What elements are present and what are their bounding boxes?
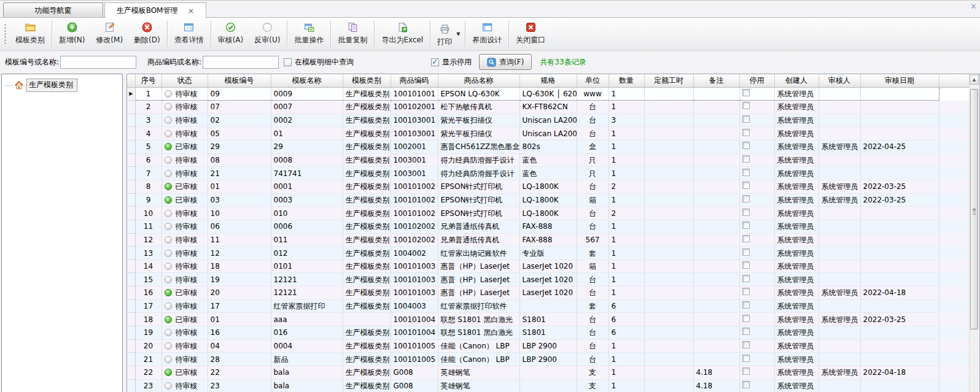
table-row[interactable]: 12待审核11011生产模板类别100102002兄弟普通纸传真机FAX-888… <box>127 233 970 247</box>
print-button[interactable]: 打印 <box>432 20 457 48</box>
col-header-spec[interactable]: 规格 <box>519 74 577 87</box>
disabled-checkbox[interactable] <box>742 367 750 375</box>
template-category-button[interactable]: 模板类别 <box>10 18 50 50</box>
col-header-product-name[interactable]: 商品名称 <box>438 74 519 87</box>
col-header-remark[interactable]: 备注 <box>693 74 739 87</box>
col-header-disabled[interactable]: 停用 <box>739 74 774 87</box>
table-row[interactable]: 9已审核030003生产模板类别100101002EPSON针式打印机LQ-18… <box>127 193 970 207</box>
disabled-checkbox[interactable] <box>742 381 750 388</box>
disabled-cell[interactable] <box>739 247 774 260</box>
disabled-checkbox[interactable] <box>742 182 750 189</box>
tab-close-icon[interactable]: × <box>187 7 194 15</box>
close-window-button[interactable]: 关闭窗口 <box>510 18 551 50</box>
disabled-checkbox[interactable] <box>742 102 750 109</box>
disabled-cell[interactable] <box>739 366 774 379</box>
disabled-checkbox[interactable] <box>742 209 750 216</box>
query-button[interactable]: 查询(F) <box>479 54 532 70</box>
disabled-checkbox[interactable] <box>742 315 750 322</box>
batch-operation-button[interactable]: 批量操作 <box>289 18 329 50</box>
tab-bom-management[interactable]: 生产模板BOM管理 × <box>104 2 206 18</box>
table-row[interactable]: 2待审核070007生产模板类别100102001松下热敏传真机KX-FT862… <box>127 101 970 114</box>
col-header-qty[interactable]: 数量 <box>609 74 644 87</box>
table-row[interactable]: 18已审核01aaa100101004联想 S1801 黑白激光S1801台6系… <box>127 313 970 326</box>
table-row[interactable]: 16已审核2012121生产模板类别100101003惠普（HP）LaserJe… <box>127 286 970 300</box>
table-row[interactable]: 19待审核16016生产模板类别100101004联想 S1801 黑白激光S1… <box>127 326 970 340</box>
disabled-cell[interactable] <box>739 140 774 154</box>
table-row[interactable]: 11待审核060006生产模板类别100102002兄弟普通纸传真机FAX-88… <box>127 220 970 233</box>
disabled-checkbox[interactable] <box>742 288 750 295</box>
approve-button[interactable]: 审核(A) <box>212 18 249 50</box>
disabled-cell[interactable] <box>739 193 774 207</box>
tree-item-root[interactable]: 生产模板类别 <box>2 79 122 92</box>
toolbar-grip[interactable] <box>4 23 7 45</box>
disabled-cell[interactable] <box>739 127 774 140</box>
disabled-cell[interactable] <box>739 313 774 326</box>
disabled-checkbox[interactable] <box>742 115 750 123</box>
disabled-checkbox[interactable] <box>742 155 750 163</box>
export-excel-button[interactable]: 导出为Excel <box>376 18 429 50</box>
disabled-cell[interactable] <box>739 153 774 167</box>
disabled-checkbox[interactable] <box>742 235 750 242</box>
table-row[interactable]: 5已审核2929生产模板类别1002001惠普CH561ZZ黑色墨盒802s盒1… <box>127 140 970 154</box>
col-header-template-no[interactable]: 模板编号 <box>208 74 271 87</box>
disabled-cell[interactable] <box>739 379 774 392</box>
col-header-unit[interactable]: 单位 <box>577 74 609 87</box>
disabled-checkbox[interactable] <box>742 261 750 269</box>
disabled-cell[interactable] <box>739 180 774 193</box>
disabled-checkbox[interactable] <box>742 169 750 176</box>
disabled-cell[interactable] <box>739 299 774 313</box>
disabled-checkbox[interactable] <box>742 341 750 348</box>
print-dropdown-arrow[interactable]: ▼ <box>456 31 460 37</box>
col-header-creator[interactable]: 创建人 <box>774 74 819 87</box>
disabled-cell[interactable] <box>739 233 774 247</box>
disabled-cell[interactable] <box>739 353 774 366</box>
disabled-checkbox[interactable] <box>742 195 750 202</box>
table-row[interactable]: 3待审核020002生产模板类别100103001紫光平板扫描仪Uniscan … <box>127 113 970 127</box>
col-header-quota-hours[interactable]: 定额工时 <box>644 74 693 87</box>
disabled-checkbox[interactable] <box>742 129 750 136</box>
vertical-scrollbar[interactable]: ▲ <box>969 75 979 392</box>
table-row[interactable]: ▶1待审核090009生产模板类别100101001EPSON LQ-630KL… <box>127 87 970 101</box>
disabled-cell[interactable] <box>739 113 774 127</box>
disabled-cell[interactable] <box>739 101 774 114</box>
view-detail-button[interactable]: 查看详情 <box>169 18 209 50</box>
window-close-icon[interactable]: ✕ <box>970 2 977 11</box>
disabled-cell[interactable] <box>739 286 774 300</box>
disabled-cell[interactable] <box>739 87 774 101</box>
disabled-cell[interactable] <box>739 220 774 233</box>
disabled-cell[interactable] <box>739 259 774 273</box>
disabled-checkbox[interactable] <box>742 275 750 282</box>
disabled-cell[interactable] <box>739 273 774 286</box>
table-row[interactable]: 4待审核0501生产模板类别100103001紫光平板扫描仪Uniscan LA… <box>127 127 970 140</box>
batch-copy-button[interactable]: 批量复制 <box>332 18 373 50</box>
disabled-cell[interactable] <box>739 339 774 353</box>
unapprove-button[interactable]: 反审(U) <box>249 18 286 50</box>
product-filter-input[interactable] <box>203 56 279 69</box>
edit-button[interactable]: 修改(M) <box>90 18 128 50</box>
table-row[interactable]: 14待审核180101生产模板类别100101003惠普（HP）LaserJet… <box>127 259 970 273</box>
scroll-thumb[interactable] <box>970 89 978 329</box>
disabled-checkbox[interactable] <box>742 221 750 229</box>
show-disabled-checkbox[interactable] <box>431 58 439 66</box>
disabled-cell[interactable] <box>739 207 774 220</box>
disabled-checkbox[interactable] <box>742 301 750 309</box>
col-header-product-code[interactable]: 商品编码 <box>391 74 438 87</box>
disabled-checkbox[interactable] <box>742 248 750 256</box>
col-header-category[interactable]: 模板类别 <box>343 74 391 87</box>
table-row[interactable]: 17待审核17红管家票据打印生产模板类别1004003红管家票据打印软件套6系统… <box>127 299 970 313</box>
table-row[interactable]: 23待审核23bala生产模板类别G008英雄钢笔支14.18系统管理员 <box>127 379 970 392</box>
delete-button[interactable]: 删除(D) <box>128 18 166 50</box>
tab-function-nav[interactable]: 功能导航窗 <box>3 2 103 17</box>
disabled-checkbox[interactable] <box>742 328 750 335</box>
table-row[interactable]: 6待审核080008生产模板类别1003001得力经典防滑握手设计蓝色只1系统管… <box>127 153 970 167</box>
table-row[interactable]: 8已审核010001生产模板类别100101002EPSON针式打印机LQ-18… <box>127 180 970 193</box>
detail-search-checkbox[interactable] <box>284 58 292 66</box>
ui-design-button[interactable]: 界面设计 <box>467 18 507 50</box>
table-row[interactable]: 13待审核12012生产模板类别1004002红管家出纳记账软件专业版套1系统管… <box>127 247 970 260</box>
table-row[interactable]: 21待审核28新品生产模板类别100101005佳能（Canon） LBPLBP… <box>127 353 970 366</box>
table-row[interactable]: 22已审核22bala生产模板类别G008英雄钢笔支14.18系统管理员系统管理… <box>127 366 970 379</box>
col-header-template-name[interactable]: 模板名称 <box>271 74 343 87</box>
template-filter-input[interactable] <box>60 56 136 69</box>
col-header-seq[interactable]: 序号 <box>135 74 161 87</box>
col-header-audit-date[interactable]: 审核日期 <box>860 74 939 87</box>
